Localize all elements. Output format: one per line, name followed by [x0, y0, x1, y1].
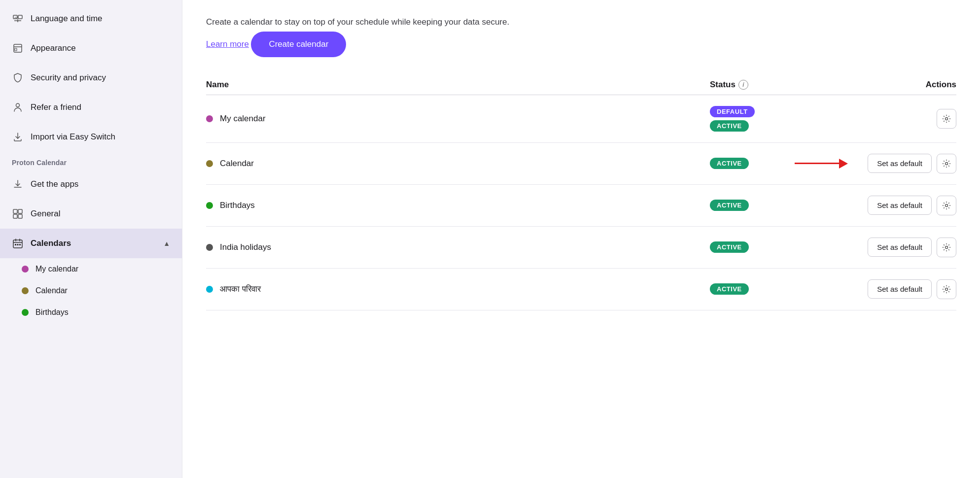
svg-point-20 [945, 162, 948, 165]
set-as-default-button-aapka-parivaar[interactable]: Set as default [868, 279, 932, 299]
sidebar-item-general[interactable]: General [0, 199, 182, 229]
svg-point-21 [945, 204, 948, 206]
row-status-aapka-parivaar: ACTIVE [710, 283, 818, 295]
import-icon [12, 131, 24, 143]
sidebar: AB Language and time Appearance Security… [0, 0, 182, 478]
general-icon [12, 208, 24, 220]
badge-active: ACTIVE [710, 200, 749, 211]
badge-active: ACTIVE [710, 120, 749, 132]
svg-rect-1 [18, 15, 22, 19]
calendar-name: आपका परिवार [220, 284, 261, 294]
birthdays-dot [206, 202, 213, 209]
arrow-head [839, 159, 848, 169]
gear-button-my-calendar[interactable] [937, 109, 956, 129]
calendar-name: India holidays [220, 242, 271, 252]
table-header: Name Status i Actions [206, 75, 956, 95]
svg-rect-8 [13, 209, 17, 213]
badge-default: DEFAULT [710, 106, 755, 117]
row-actions-aapka-parivaar: Set as default [818, 279, 956, 299]
row-status-calendar: ACTIVE [710, 158, 818, 169]
row-name-calendar: Calendar [206, 159, 710, 169]
table-row: My calendar DEFAULT ACTIVE [206, 95, 956, 143]
sidebar-item-refer-a-friend[interactable]: Refer a friend [0, 93, 182, 122]
gear-button-india-holidays[interactable] [937, 238, 956, 257]
download-icon [12, 178, 24, 190]
learn-more-link[interactable]: Learn more [206, 39, 249, 49]
sidebar-sub-item-calendar[interactable]: Calendar [0, 280, 182, 302]
sidebar-item-appearance[interactable]: Appearance [0, 34, 182, 63]
sidebar-item-label: Language and time [31, 14, 103, 24]
svg-point-23 [945, 288, 948, 290]
sidebar-sub-item-birthdays[interactable]: Birthdays [0, 302, 182, 323]
sidebar-item-import[interactable]: Import via Easy Switch [0, 122, 182, 152]
gear-button-birthdays[interactable] [937, 196, 956, 215]
row-actions-birthdays: Set as default [818, 196, 956, 215]
sub-calendar-label: My calendar [35, 265, 78, 273]
set-as-default-button-calendar[interactable]: Set as default [868, 154, 932, 173]
row-status-india-holidays: ACTIVE [710, 241, 818, 253]
sidebar-sub-item-my-calendar[interactable]: My calendar [0, 258, 182, 280]
sidebar-item-label: Refer a friend [31, 102, 81, 112]
svg-point-19 [945, 117, 948, 120]
col-header-status: Status i [710, 80, 818, 90]
sub-calendar-label: Birthdays [35, 308, 69, 317]
row-name-india-holidays: India holidays [206, 242, 710, 252]
svg-point-22 [945, 246, 948, 248]
badge-active: ACTIVE [710, 158, 749, 169]
col-header-name: Name [206, 80, 710, 90]
sidebar-item-label: Security and privacy [31, 73, 106, 83]
refer-icon [12, 102, 24, 113]
table-row: आपका परिवार ACTIVE Set as default [206, 269, 956, 310]
svg-rect-10 [13, 214, 17, 218]
calendars-chevron-up-icon: ▲ [163, 239, 170, 247]
appearance-icon [12, 42, 24, 54]
sidebar-item-calendars[interactable]: Calendars ▲ [0, 229, 182, 258]
svg-rect-16 [15, 244, 16, 245]
svg-rect-9 [18, 209, 22, 213]
sidebar-item-label: Appearance [31, 43, 76, 53]
create-calendar-button[interactable]: Create calendar [251, 32, 346, 57]
calendar-dot [22, 287, 29, 294]
table-row: Calendar ACTIVE Set as default [206, 143, 956, 185]
svg-rect-7 [15, 48, 17, 51]
set-as-default-button-birthdays[interactable]: Set as default [868, 196, 932, 215]
calendars-icon [12, 238, 24, 249]
main-content: Create a calendar to stay on top of your… [182, 0, 980, 478]
row-status-my-calendar: DEFAULT ACTIVE [710, 106, 818, 132]
gear-button-calendar[interactable] [937, 154, 956, 173]
india-holidays-dot [206, 244, 213, 251]
sub-calendar-label: Calendar [35, 286, 68, 295]
sidebar-item-label: Get the apps [31, 179, 78, 189]
sidebar-item-language-and-time[interactable]: AB Language and time [0, 4, 182, 34]
calendar-name: Birthdays [220, 201, 255, 210]
calendar-name: My calendar [220, 114, 266, 124]
security-icon [12, 72, 24, 84]
section-proton-calendar: Proton Calendar [0, 152, 182, 170]
row-actions-my-calendar [818, 109, 956, 129]
row-name-my-calendar: My calendar [206, 114, 710, 124]
my-calendar-dot [206, 115, 213, 122]
col-header-actions: Actions [818, 80, 956, 90]
table-row: India holidays ACTIVE Set as default [206, 227, 956, 269]
svg-rect-18 [19, 244, 21, 245]
status-info-icon[interactable]: i [738, 80, 748, 90]
sidebar-item-label: Calendars [31, 239, 71, 248]
calendar-dot [206, 160, 213, 167]
language-icon: AB [12, 13, 24, 25]
svg-rect-17 [17, 244, 19, 245]
badge-active: ACTIVE [710, 283, 749, 295]
row-actions-india-holidays: Set as default [818, 238, 956, 257]
set-as-default-button-india-holidays[interactable]: Set as default [868, 238, 932, 257]
sidebar-item-get-the-apps[interactable]: Get the apps [0, 170, 182, 199]
sidebar-item-security[interactable]: Security and privacy [0, 63, 182, 93]
my-calendar-dot [22, 266, 29, 273]
sidebar-item-label: Import via Easy Switch [31, 132, 115, 142]
row-name-aapka-parivaar: आपका परिवार [206, 284, 710, 294]
row-actions-calendar: Set as default [818, 154, 956, 173]
gear-button-aapka-parivaar[interactable] [937, 279, 956, 299]
description-text: Create a calendar to stay on top of your… [206, 16, 630, 29]
svg-rect-11 [18, 214, 22, 218]
svg-text:AB: AB [14, 16, 18, 19]
aapka-parivaar-dot [206, 286, 213, 293]
badge-active: ACTIVE [710, 241, 749, 253]
